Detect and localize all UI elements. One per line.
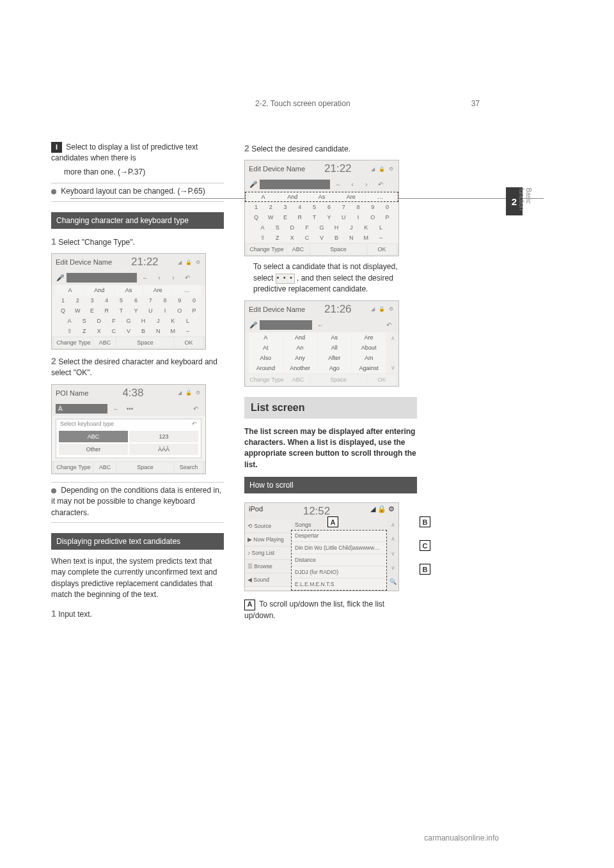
key[interactable]: V [121,327,136,336]
candidate[interactable]: A [249,332,283,343]
key[interactable]: A [255,223,270,232]
popup-close-icon[interactable]: ↶ [192,421,197,427]
key[interactable]: X [285,233,299,242]
text-input-field[interactable] [260,180,330,189]
key[interactable]: P [380,213,395,222]
scroll-up-icon[interactable]: ∧ [391,335,397,341]
key[interactable]: 5 [114,296,129,305]
side-item-song-list[interactable]: ♪ Song List [245,546,291,560]
key[interactable]: H [329,223,344,232]
undo-icon[interactable]: ↶ [375,180,386,189]
key[interactable]: X [91,327,106,336]
key[interactable]: H [136,316,151,325]
search-button[interactable]: Search [175,462,203,472]
undo-icon[interactable]: ↶ [383,320,395,329]
text-input-field[interactable]: A [56,404,107,414]
suggestion[interactable]: A [56,285,84,295]
cursor-right-icon[interactable]: › [168,274,179,283]
suggestion-more[interactable]: … [173,285,201,295]
key[interactable]: C [106,327,121,336]
mic-icon[interactable]: 🎤 [249,180,257,189]
key[interactable]: 2 [264,203,278,212]
key[interactable]: 0 [187,296,201,305]
key[interactable]: 4 [292,203,307,212]
cursor-left-icon[interactable]: ‹ [347,180,358,189]
change-type-button[interactable]: Change Type [54,462,93,472]
key[interactable]: R [99,306,114,315]
key[interactable]: D [285,223,299,232]
key[interactable]: W [70,306,85,315]
scroll-top-icon[interactable]: ∧ [387,520,398,534]
key[interactable]: J [151,316,166,325]
key[interactable]: F [299,223,314,232]
key[interactable]: U [336,213,351,222]
suggestion[interactable]: As [114,285,143,295]
candidate[interactable]: Ago [318,363,352,373]
key[interactable]: 6 [129,296,143,305]
key[interactable]: Y [129,306,143,315]
abc-button[interactable]: ABC [94,337,116,348]
key[interactable]: 6 [322,203,336,212]
key[interactable]: F [106,316,121,325]
more-icon[interactable]: ••• [124,404,136,413]
backspace-icon[interactable]: ← [315,320,326,329]
key[interactable]: 5 [307,203,322,212]
mic-icon[interactable]: 🎤 [56,273,64,283]
key[interactable]: I [351,213,366,222]
key[interactable]: 3 [85,296,100,305]
cursor-left-icon[interactable]: ‹ [154,274,165,283]
key[interactable]: 7 [143,296,158,305]
side-item-sound[interactable]: ◀ Sound [245,573,291,587]
key[interactable]: R [292,213,307,222]
key[interactable]: – [374,233,388,242]
key[interactable]: N [151,327,166,336]
key[interactable]: S [77,316,91,325]
backspace-icon[interactable]: ← [139,274,151,283]
key[interactable]: 8 [351,203,366,212]
side-item-browse[interactable]: ☰ Browse [245,560,291,573]
candidate[interactable]: An [283,343,317,353]
abc-button[interactable]: ABC [287,244,309,254]
change-type-button[interactable]: Change Type [248,244,286,254]
key[interactable]: U [143,306,158,315]
search-icon[interactable]: 🔍 [387,577,398,591]
key[interactable]: – [180,327,195,336]
key[interactable]: K [166,316,180,325]
key[interactable]: 2 [70,296,85,305]
candidate[interactable]: After [318,353,352,363]
side-item-source[interactable]: ⟲ Source [245,520,291,533]
candidate[interactable]: Around [249,363,283,373]
scroll-down-icon[interactable]: ∨ [387,548,398,562]
key[interactable]: S [270,223,285,232]
key[interactable]: G [121,316,136,325]
undo-icon[interactable]: ↶ [182,274,193,283]
candidate[interactable]: Another [283,363,317,373]
more-dots-button[interactable]: • • • [276,274,295,284]
keyboard-type-option[interactable]: 123 [129,431,198,442]
candidate[interactable]: Any [283,353,317,363]
key[interactable]: O [172,306,187,315]
suggestion[interactable]: Are [143,285,172,295]
key[interactable]: N [344,233,359,242]
key[interactable]: 7 [336,203,351,212]
candidate[interactable]: And [283,332,317,343]
key[interactable]: Z [270,233,285,242]
scroll-bottom-icon[interactable]: ∨ [387,562,398,577]
key[interactable]: B [329,233,344,242]
backspace-icon[interactable]: ← [110,404,122,413]
candidate[interactable]: As [318,332,352,343]
key[interactable]: M [166,327,180,336]
text-input-field[interactable] [67,273,137,283]
cursor-right-icon[interactable]: › [361,180,372,189]
key[interactable]: 9 [365,203,380,212]
shift-key[interactable]: ⇧ [62,327,77,336]
key[interactable]: Y [322,213,336,222]
keyboard-type-option[interactable]: ÀÁÂ [129,444,198,455]
key[interactable]: L [374,223,388,232]
key[interactable]: C [299,233,314,242]
space-button[interactable]: Space [117,337,173,348]
candidate[interactable]: Am [352,353,386,363]
key[interactable]: A [62,316,77,325]
candidate[interactable]: Also [249,353,283,363]
key[interactable]: T [307,213,322,222]
